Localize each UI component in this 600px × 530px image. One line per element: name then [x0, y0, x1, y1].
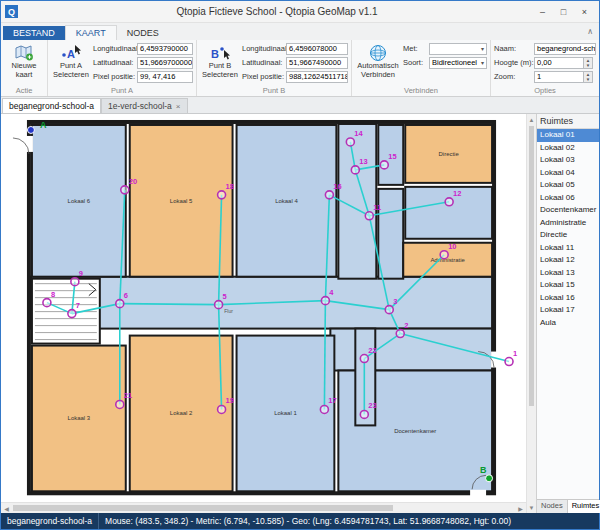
svg-text:10: 10	[448, 242, 456, 251]
room-label: Lokaal 5	[170, 198, 193, 204]
point-b-latitude-field[interactable]: 51,9667490000	[286, 57, 348, 69]
met-label: Met:	[403, 44, 429, 53]
svg-text:2: 2	[404, 321, 408, 330]
select-point-b-button[interactable]: B Punt B Selecteren	[200, 42, 240, 85]
svg-text:9: 9	[79, 269, 83, 278]
corridor-label: Flur	[224, 308, 233, 314]
select-point-b-label: Punt B Selecteren	[200, 62, 240, 79]
group-label-verbinden: Verbinden	[352, 86, 490, 95]
new-map-button[interactable]: Nieuwe kaart	[4, 42, 44, 85]
ruimtes-list-item[interactable]: Lokaal 17	[537, 304, 599, 317]
point-a-longitude-label: Longitudinaal:	[93, 44, 137, 53]
close-tab-icon[interactable]: ×	[176, 102, 181, 111]
ruimtes-list-item[interactable]: Lokaal 16	[537, 292, 599, 305]
title-bar: Q Qtopia Fictieve School - Qtopia GeoMap…	[1, 1, 599, 23]
doc-tab-1e-verd[interactable]: 1e-verd-school-a ×	[101, 98, 187, 113]
zoom-field[interactable]: 1	[534, 71, 584, 83]
ruimtes-list-item[interactable]: Lokaal 02	[537, 142, 599, 155]
panel-tab-ruimtes[interactable]: Ruimtes	[568, 500, 600, 513]
naam-label: Naam:	[494, 44, 534, 53]
svg-text:16: 16	[333, 182, 341, 191]
point-b-icon: B	[210, 43, 230, 62]
group-label-punt-a: Punt A	[48, 86, 196, 95]
svg-text:19: 19	[226, 396, 234, 405]
room-label: Directie	[439, 151, 460, 157]
ruimtes-list-item[interactable]: Lokaal 05	[537, 179, 599, 192]
hoogte-field[interactable]: 0,00	[534, 57, 584, 69]
ruimtes-list-item[interactable]: Lokaal 06	[537, 192, 599, 205]
room-corridor-top[interactable]	[338, 124, 376, 279]
horizontal-scroll-thumb[interactable]	[13, 505, 393, 511]
naam-field[interactable]: beganegrond-scho	[534, 43, 596, 55]
ruimtes-list-item[interactable]: Lokaal 04	[537, 167, 599, 180]
vertical-scrollbar[interactable]: ▲ ▼	[526, 114, 536, 513]
map-canvas[interactable]: Lokaal 6Lokaal 5Lokaal 4DirectieAdminist…	[1, 114, 526, 502]
horizontal-scrollbar[interactable]: ◀ ▶	[1, 502, 526, 513]
svg-text:8: 8	[51, 290, 55, 299]
scroll-right-icon[interactable]: ▶	[515, 503, 526, 513]
svg-text:1: 1	[513, 349, 517, 358]
hoogte-label: Hoogte (m):	[494, 58, 534, 67]
doc-tab-beganegrond[interactable]: beganegrond-school-a	[2, 98, 101, 113]
ruimtes-list-item[interactable]: Lokaal 01	[537, 129, 599, 142]
ribbon-tab-bestand[interactable]: BESTAND	[3, 26, 65, 40]
soort-dropdown[interactable]: Bidirectioneel ▾	[429, 57, 487, 69]
svg-text:22: 22	[368, 346, 376, 355]
doc-tab-label: beganegrond-school-a	[9, 101, 94, 111]
ribbon-tab-kaart[interactable]: KAART	[65, 25, 117, 40]
map-node-1[interactable]: 1	[505, 349, 517, 366]
select-point-a-button[interactable]: A Punt A Selecteren	[51, 42, 91, 85]
zoom-label: Zoom:	[494, 72, 534, 81]
svg-text:3: 3	[393, 297, 397, 306]
point-a-latitude-label: Latitudinaal:	[93, 58, 137, 67]
door-gap-bottom	[470, 490, 486, 497]
point-a-latitude-field[interactable]: 51,9669700000	[137, 57, 193, 69]
vertical-scroll-thumb[interactable]	[529, 126, 534, 406]
ruimtes-list-item[interactable]: Lokaal 13	[537, 267, 599, 280]
hoogte-stepper[interactable]: ▲▼	[584, 57, 593, 69]
scroll-up-icon[interactable]: ▲	[527, 114, 536, 125]
ruimtes-list-item[interactable]: Lokaal 03	[537, 154, 599, 167]
ruimtes-list-item[interactable]: Lokaal 11	[537, 242, 599, 255]
svg-text:21: 21	[124, 391, 132, 400]
node-edge-6-5	[120, 304, 219, 305]
status-document-name: beganegrond-school-a	[1, 513, 99, 529]
point-b-longitude-field[interactable]: 6,4596078000	[286, 43, 348, 55]
ruimtes-list-item[interactable]: Directie	[537, 229, 599, 242]
point-a-pixel-field[interactable]: 99, 47,416	[137, 71, 193, 83]
ruimtes-list: Lokaal 01Lokaal 02Lokaal 03Lokaal 04Loka…	[537, 129, 599, 499]
point-a-icon: A	[61, 43, 81, 62]
scroll-left-icon[interactable]: ◀	[1, 503, 12, 513]
ribbon-tab-nodes[interactable]: NODES	[117, 26, 169, 40]
room-label: Lokaal 1	[274, 410, 297, 416]
door-gap-left	[26, 136, 33, 152]
minimize-icon[interactable]: –	[532, 4, 553, 20]
room-kamer-rechts[interactable]	[405, 187, 492, 239]
point-b-pixel-field[interactable]: 988,126245117188	[286, 71, 348, 83]
maximize-icon[interactable]: □	[553, 4, 574, 20]
auto-connect-button[interactable]: Automatisch Verbinden	[355, 42, 401, 85]
ruimtes-list-item[interactable]: Lokaal 12	[537, 254, 599, 267]
ruimtes-list-item[interactable]: Aula	[537, 317, 599, 330]
new-map-label: Nieuwe kaart	[4, 62, 44, 79]
window-title: Qtopia Fictieve School - Qtopia GeoMap v…	[22, 6, 532, 17]
floor-plan[interactable]: Lokaal 6Lokaal 5Lokaal 4DirectieAdminist…	[1, 114, 526, 502]
point-a-longitude-field[interactable]: 6,4593790000	[137, 43, 193, 55]
group-label-actie: Actie	[1, 86, 47, 95]
ruimtes-list-item[interactable]: Administratie	[537, 217, 599, 230]
panel-tab-nodes[interactable]: Nodes	[537, 500, 568, 513]
zoom-stepper[interactable]: ▲▼	[584, 71, 593, 83]
close-icon[interactable]: ×	[574, 4, 595, 20]
svg-text:A: A	[40, 120, 47, 130]
select-point-a-label: Punt A Selecteren	[51, 62, 91, 79]
ruimtes-list-item[interactable]: Docentenkamer	[537, 204, 599, 217]
svg-text:23: 23	[368, 401, 376, 410]
scroll-down-icon[interactable]: ▼	[527, 502, 536, 513]
room-kamer-top-2[interactable]	[378, 189, 403, 279]
room-label: Administratie	[430, 257, 465, 263]
svg-text:B: B	[480, 465, 487, 475]
svg-text:12: 12	[453, 189, 461, 198]
ruimtes-list-item[interactable]: Lokaal 15	[537, 279, 599, 292]
ribbon-collapse-icon[interactable]: ∧	[587, 27, 593, 36]
met-dropdown[interactable]: ▾	[429, 43, 487, 55]
